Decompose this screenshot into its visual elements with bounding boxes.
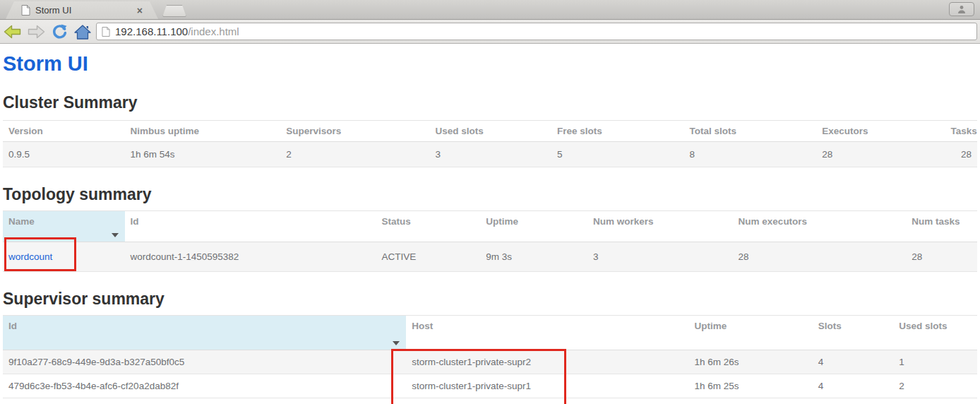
cell-used-slots: 3 [429, 142, 551, 167]
table-row: 9f10a277-68c9-449e-9d3a-b327a50bf0c5stor… [3, 350, 977, 374]
cell-id: 9f10a277-68c9-449e-9d3a-b327a50bf0c5 [3, 350, 406, 374]
column-header-supervisors[interactable]: Supervisors [280, 121, 429, 142]
cell-id: 479d6c3e-fb53-4b4e-afc6-cf20a2dab82f [3, 374, 406, 398]
tab-close-icon[interactable]: × [137, 6, 143, 16]
column-header-version[interactable]: Version [3, 121, 125, 142]
cell-nimbus-uptime: 1h 6m 54s [125, 142, 281, 167]
header-row: VersionNimbus uptimeSupervisorsUsed slot… [3, 121, 977, 142]
sort-desc-icon [112, 233, 119, 237]
topology-name-link[interactable]: wordcount [8, 251, 52, 262]
sort-desc-icon [393, 341, 400, 345]
cell-executors: 28 [816, 142, 945, 167]
supervisor-summary-table: IdHostUptimeSlotsUsed slots9f10a277-68c9… [3, 315, 977, 398]
tab-bar: Storm UI × [0, 0, 980, 20]
column-label: Supervisors [286, 126, 341, 136]
cell-num-executors: 28 [733, 242, 907, 272]
home-button[interactable] [73, 23, 92, 41]
home-icon [74, 24, 91, 40]
column-label: Host [412, 321, 433, 331]
column-header-id[interactable]: Id [3, 316, 406, 350]
column-label: Id [131, 216, 139, 227]
browser-toolbar: 192.168.11.100/index.html [0, 20, 980, 44]
column-header-name[interactable]: Name [3, 211, 125, 242]
column-header-uptime[interactable]: Uptime [480, 211, 587, 242]
column-header-num-executors[interactable]: Num executors [733, 211, 907, 242]
cell-host: storm-cluster1-private-supr1 [406, 374, 688, 398]
back-icon [4, 24, 22, 40]
column-header-used-slots[interactable]: Used slots [429, 121, 551, 142]
page-title[interactable]: Storm UI [3, 52, 977, 76]
table-row: 0.9.51h 6m 54s23582828 [3, 142, 977, 167]
cell-host: storm-cluster1-private-supr2 [406, 350, 688, 374]
column-label: Used slots [899, 321, 947, 331]
cell-id: wordcount-1-1450595382 [125, 242, 376, 272]
cluster-summary-table: VersionNimbus uptimeSupervisorsUsed slot… [3, 120, 977, 167]
forward-button[interactable] [26, 23, 46, 41]
column-header-free-slots[interactable]: Free slots [551, 121, 684, 142]
column-header-id[interactable]: Id [125, 211, 376, 242]
column-label: Slots [818, 321, 842, 331]
column-header-total-slots[interactable]: Total slots [684, 121, 817, 142]
page-icon [102, 27, 110, 37]
profile-button[interactable] [949, 2, 974, 16]
reload-button[interactable] [49, 23, 69, 41]
cell-slots: 4 [813, 350, 894, 374]
column-header-tasks[interactable]: Tasks [945, 121, 977, 142]
browser-window: Storm UI × [0, 0, 980, 44]
cell-uptime: 1h 6m 26s [689, 350, 813, 374]
column-label: Free slots [557, 126, 602, 136]
url-text: 192.168.11.100/index.html [115, 25, 239, 37]
topology-summary-table: NameIdStatusUptimeNum workersNum executo… [3, 210, 977, 272]
column-label: Num executors [739, 216, 808, 227]
column-header-num-workers[interactable]: Num workers [587, 211, 733, 242]
table-row: 479d6c3e-fb53-4b4e-afc6-cf20a2dab82fstor… [3, 374, 977, 398]
column-label: Version [8, 126, 43, 136]
cell-used-slots: 1 [893, 350, 977, 374]
cell-num-tasks: 28 [906, 242, 977, 272]
column-header-nimbus-uptime[interactable]: Nimbus uptime [125, 121, 281, 142]
header-row: IdHostUptimeSlotsUsed slots [3, 316, 977, 350]
supervisor-summary-heading: Supervisor summary [3, 290, 977, 309]
column-label: Tasks [950, 126, 976, 136]
cell-status: ACTIVE [376, 242, 481, 272]
cell-free-slots: 5 [551, 142, 684, 167]
profile-icon [957, 5, 966, 14]
column-label: Total slots [690, 126, 737, 136]
browser-tab[interactable]: Storm UI × [6, 1, 158, 19]
forward-icon [27, 24, 45, 40]
column-label: Used slots [435, 126, 483, 136]
column-label: Id [8, 321, 17, 331]
back-button[interactable] [3, 23, 23, 41]
column-header-uptime[interactable]: Uptime [689, 316, 813, 350]
cell-name: wordcount [3, 242, 125, 272]
cluster-summary-heading: Cluster Summary [3, 93, 977, 112]
column-label: Uptime [486, 216, 518, 227]
cell-uptime: 1h 6m 25s [689, 374, 813, 398]
column-label: Uptime [695, 321, 727, 331]
new-tab-button[interactable] [162, 5, 186, 17]
tab-title: Storm UI [35, 5, 137, 16]
page-icon [21, 5, 30, 16]
cell-uptime: 9m 3s [480, 242, 587, 272]
header-row: NameIdStatusUptimeNum workersNum executo… [3, 211, 977, 242]
column-header-used-slots[interactable]: Used slots [893, 316, 977, 350]
column-label: Nimbus uptime [131, 126, 200, 136]
column-label: Status [382, 216, 411, 227]
column-label: Num tasks [912, 216, 960, 227]
column-header-slots[interactable]: Slots [813, 316, 894, 350]
column-header-executors[interactable]: Executors [816, 121, 945, 142]
cell-supervisors: 2 [280, 142, 429, 167]
cell-used-slots: 2 [893, 374, 977, 398]
cell-num-workers: 3 [587, 242, 733, 272]
column-header-num-tasks[interactable]: Num tasks [906, 211, 977, 242]
column-label: Name [8, 216, 35, 227]
cell-slots: 4 [813, 374, 894, 398]
topology-summary-heading: Topology summary [3, 185, 977, 204]
cell-tasks: 28 [945, 142, 977, 167]
column-header-status[interactable]: Status [376, 211, 481, 242]
storm-ui-page: Storm UI Cluster Summary VersionNimbus u… [0, 52, 980, 398]
cell-total-slots: 8 [684, 142, 817, 167]
column-header-host[interactable]: Host [406, 316, 688, 350]
url-bar[interactable]: 192.168.11.100/index.html [96, 23, 977, 40]
reload-icon [52, 23, 68, 40]
